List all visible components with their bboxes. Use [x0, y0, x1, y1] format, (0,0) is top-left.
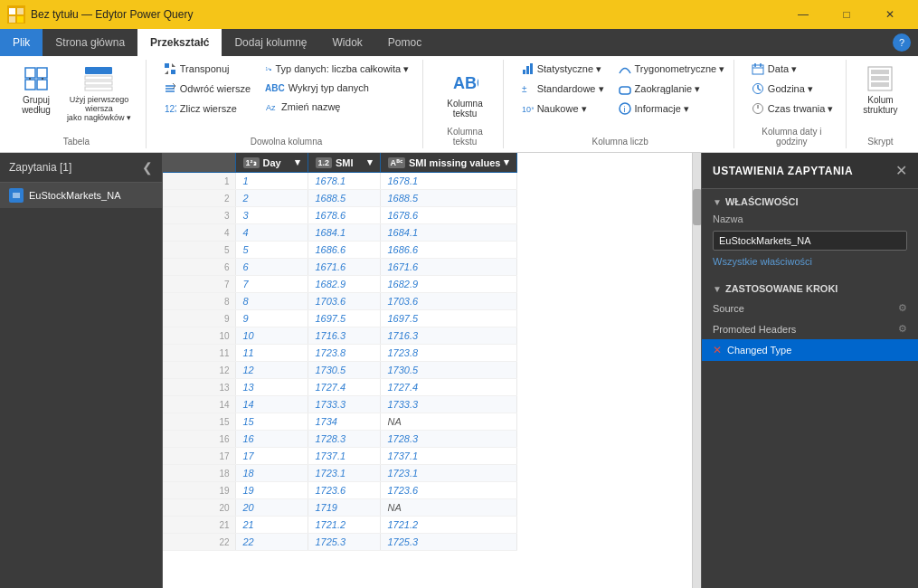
cell-smi-missing: 1682.9 [380, 276, 517, 293]
cell-smi-missing: 1678.6 [380, 207, 517, 224]
help-button[interactable]: ? [893, 33, 911, 52]
smi-dropdown-icon[interactable]: ▾ [367, 156, 373, 168]
data-button[interactable]: Data ▾ [745, 60, 840, 78]
table-row: 19191723.61723.6 [163, 482, 517, 499]
godzina-label: Godzina ▾ [768, 83, 813, 95]
steps-list: Source⚙Promoted Headers⚙✕Changed Type [702, 298, 918, 361]
cell-smi-missing: 1728.3 [380, 431, 517, 448]
kolumna-struktury-button[interactable]: Kolumstruktury [857, 60, 904, 119]
maximize-button[interactable]: □ [826, 0, 867, 29]
transponuj-icon [164, 62, 176, 75]
tab-dodaj-kolumne[interactable]: Dodaj kolumnę [222, 29, 319, 56]
step-label: Source [713, 303, 744, 314]
col-header-smi[interactable]: 1.2 SMI ▾ [308, 153, 380, 173]
query-label: EuStockMarkets_NA [29, 190, 120, 201]
naukowe-button[interactable]: 10ˣ Naukowe ▾ [515, 100, 610, 118]
statystyczne-button[interactable]: Statystyczne ▾ [515, 60, 610, 78]
row-number: 7 [163, 276, 235, 293]
tab-widok[interactable]: Widok [319, 29, 374, 56]
standardowe-icon: ± [521, 82, 534, 95]
ribbon-group-tekstu: ABC Kolumnatekstu Kolumna tekstu [427, 60, 503, 148]
ribbon-group-tabela: Grupujwedług Użyj pierwszego wierszajako… [7, 60, 147, 148]
tab-przeksztalc[interactable]: Przekształć [137, 29, 222, 56]
properties-title: WŁAŚCIWOŚCI [725, 196, 799, 207]
cell-smi-missing: NA [380, 413, 517, 431]
cell-smi-missing: 1703.6 [380, 293, 517, 310]
cell-smi-missing: 1723.8 [380, 345, 517, 362]
cell-day: 3 [235, 207, 308, 224]
trygonometryczne-button[interactable]: Trygonometryczne ▾ [612, 60, 732, 78]
main-area: Zapytania [1] ❮ EuStockMarkets_NA [0, 153, 918, 588]
svg-text:10ˣ: 10ˣ [522, 105, 534, 114]
tab-strona-glowna[interactable]: Strona główna [43, 29, 137, 56]
table-row: 16161728.31728.3 [163, 431, 517, 448]
row-number: 15 [163, 413, 235, 431]
close-button[interactable]: ✕ [869, 0, 911, 29]
godzina-button[interactable]: Godzina ▾ [745, 80, 840, 98]
cell-smi: 1727.4 [308, 379, 380, 396]
step-label: Changed Type [727, 345, 791, 356]
name-input[interactable] [713, 231, 907, 251]
zmien-nazwe-button[interactable]: Az Zmień nazwę [259, 98, 415, 116]
typ-danych-button[interactable]: 1²₃ Typ danych: liczba całkowita ▾ [259, 60, 415, 78]
settings-panel: USTAWIENIA ZAPYTANIA ✕ ▼ WŁAŚCIWOŚCI Naz… [701, 153, 918, 588]
step-item-left: Source [713, 303, 744, 314]
all-properties-link[interactable]: Wszystkie właściwości [702, 254, 918, 269]
step-item-changed-type[interactable]: ✕Changed Type [702, 339, 918, 361]
cell-smi: 1716.3 [308, 327, 380, 345]
smi-missing-dropdown-icon[interactable]: ▾ [504, 156, 509, 168]
tab-pomoc[interactable]: Pomoc [375, 29, 434, 56]
cell-smi: 1721.2 [308, 517, 380, 534]
close-settings-button[interactable]: ✕ [895, 162, 907, 179]
table-row: 551686.61686.6 [163, 242, 517, 259]
zlicz-button[interactable]: 123 Zlicz wiersze [157, 100, 257, 118]
pierwszy-wiersz-button[interactable]: Użyj pierwszego wierszajako nagłówków ▾ [60, 60, 138, 127]
collapse-queries-button[interactable]: ❮ [142, 160, 153, 175]
zaokraglanie-button[interactable]: Zaokrąglanie ▾ [612, 80, 732, 98]
table-row: 17171737.11737.1 [163, 448, 517, 465]
name-label-row: Nazwa [702, 211, 918, 227]
transponuj-button[interactable]: Transponuj [157, 60, 257, 78]
query-item-eustock[interactable]: EuStockMarkets_NA [0, 183, 162, 208]
cell-day: 20 [235, 499, 308, 517]
table-row: 111678.11678.1 [163, 173, 517, 190]
day-type-icon: 1²₃ [243, 157, 260, 168]
svg-rect-25 [526, 66, 529, 74]
informacje-button[interactable]: i Informacje ▾ [612, 100, 732, 118]
col-header-smi-missing[interactable]: Aᴮᶜ SMI missing values ▾ [380, 153, 517, 173]
cell-smi-missing: 1730.5 [380, 362, 517, 379]
odwroc-icon [164, 82, 176, 95]
row-number: 2 [163, 190, 235, 207]
svg-text:±: ± [522, 84, 527, 94]
kolumna-tekstu-button[interactable]: ABC Kolumnatekstu [440, 63, 488, 123]
cell-smi-missing: 1727.4 [380, 379, 517, 396]
row-number: 22 [163, 534, 235, 551]
cell-smi: 1723.8 [308, 345, 380, 362]
czas-trwania-button[interactable]: Czas trwania ▾ [745, 100, 840, 118]
step-item-source[interactable]: Source⚙ [702, 298, 918, 318]
godzina-icon [752, 82, 764, 95]
step-item-promoted-headers[interactable]: Promoted Headers⚙ [702, 318, 918, 339]
step-item-left: Promoted Headers [713, 324, 796, 335]
grid-container[interactable]: 1²₃ Day ▾ 1.2 SMI ▾ [163, 153, 692, 588]
dowolna-col1: Transponuj Odwróć wiersze 123 Zlicz [157, 60, 257, 118]
minimize-button[interactable]: — [782, 0, 824, 29]
step-settings-icon[interactable]: ⚙ [898, 302, 907, 314]
day-dropdown-icon[interactable]: ▾ [295, 156, 300, 168]
tabela-group-label: Tabela [14, 133, 138, 148]
scroll-bar[interactable] [692, 153, 701, 588]
cell-smi-missing: 1716.3 [380, 327, 517, 345]
odwroc-button[interactable]: Odwróć wiersze [157, 80, 257, 98]
standardowe-button[interactable]: ± Standardowe ▾ [515, 80, 610, 98]
step-settings-icon[interactable]: ⚙ [898, 323, 907, 335]
svg-rect-14 [85, 87, 112, 90]
informacje-icon: i [619, 102, 631, 115]
grupuj-button[interactable]: Grupujwedług [14, 60, 58, 119]
tab-plik[interactable]: Plik [0, 29, 43, 56]
table-row: 21211721.21721.2 [163, 517, 517, 534]
wykryj-label: Wykryj typ danych [289, 82, 369, 93]
table-row: 881703.61703.6 [163, 293, 517, 310]
wykryj-button[interactable]: ABC Wykryj typ danych [259, 80, 415, 96]
col-header-day[interactable]: 1²₃ Day ▾ [235, 153, 308, 173]
cell-smi: 1728.3 [308, 431, 380, 448]
